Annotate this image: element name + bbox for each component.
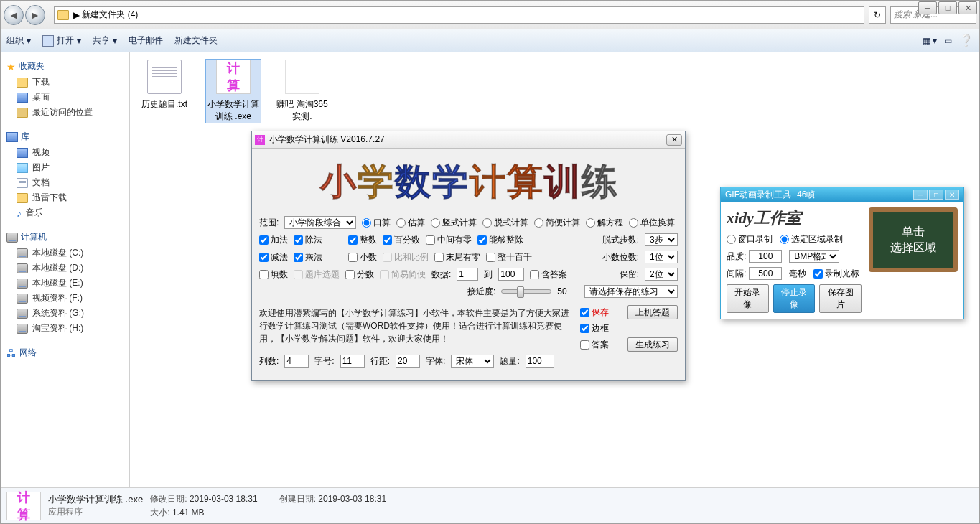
check-cursor[interactable]: 录制光标 [813,268,859,280]
check-ans[interactable]: 含答案 [530,268,567,281]
check-mul[interactable]: 乘法 [294,251,322,263]
math-app-close-button[interactable]: ✕ [666,134,682,146]
gif-minimize-button[interactable]: ─ [913,190,928,200]
sidebar-drive-c[interactable]: 本地磁盘 (C:) [4,245,126,261]
radio-window-record[interactable]: 窗口录制 [727,233,773,245]
toolbar-organize[interactable]: 组织 ▾ [6,34,31,47]
check-fill[interactable]: 填数 [259,268,288,281]
format-select[interactable]: BMP格式 [789,250,839,263]
breadcrumb-folder[interactable]: 新建文件夹 (4) [82,9,138,21]
check-sub[interactable]: 减法 [259,251,288,263]
sidebar-video[interactable]: 视频 [4,145,126,160]
sidebar-drive-f[interactable]: 视频资料 (F:) [4,291,126,306]
range-select[interactable]: 小学阶段综合 [284,216,356,229]
toolbar-open[interactable]: 打开 ▾ [42,34,81,47]
near-slider[interactable] [501,289,551,294]
check-pct[interactable]: 百分数 [383,234,420,246]
radio-equation[interactable]: 解方程 [586,217,623,229]
refresh-button[interactable]: ↻ [869,6,886,24]
math-app-titlebar[interactable]: 计 小学数学计算训练 V2016.7.27 ✕ [252,131,685,149]
place-select[interactable]: 1位 [645,251,678,263]
steps-select[interactable]: 3步 [645,233,678,246]
check-int[interactable]: 整数 [348,234,377,246]
sidebar-music[interactable]: ♪音乐 [4,205,126,220]
file-math-exe[interactable]: 计算 小学数学计算训练 .exe [206,60,261,123]
keep-select[interactable]: 2位 [645,268,678,281]
near-label: 接近度: [467,286,495,298]
sidebar-drive-h[interactable]: 淘宝资料 (H:) [4,321,126,336]
file-taotao[interactable]: 赚吧 淘淘365 实测. [275,60,330,123]
sidebar-libraries-header[interactable]: 库 [4,128,126,145]
sidebar-network-header[interactable]: 🖧网络 [4,345,126,361]
sidebar-downloads[interactable]: 下载 [4,75,126,90]
check-div[interactable]: 除法 [294,234,322,246]
check-save[interactable]: 保存 [580,307,609,319]
sidebar-documents[interactable]: 文档 [4,175,126,190]
check-dec[interactable]: 小数 [348,251,377,263]
radio-region-record[interactable]: 选定区域录制 [780,233,843,245]
count-from-input[interactable] [457,268,478,281]
radio-unit[interactable]: 单位换算 [629,217,675,229]
fontsize-input[interactable] [340,355,365,368]
radio-simple[interactable]: 简便计算 [534,217,580,229]
radio-vertical[interactable]: 竖式计算 [431,217,477,229]
radio-estimate[interactable]: 估算 [396,217,425,229]
sidebar-recent[interactable]: 最近访问的位置 [4,105,126,120]
nav-forward-button[interactable]: ► [25,5,45,25]
check-border[interactable]: 边框 [580,322,678,334]
help-icon[interactable]: ❔ [959,34,974,47]
save-image-button[interactable]: 保存图片 [819,284,862,313]
maximize-button[interactable]: □ [938,1,957,14]
sidebar-drive-e[interactable]: 本地磁盘 (E:) [4,276,126,291]
count-to-input[interactable] [498,268,524,281]
sidebar-computer-header[interactable]: 计算机 [4,229,126,245]
sidebar-desktop[interactable]: 桌面 [4,90,126,105]
generate-button[interactable]: 生成练习 [627,337,678,352]
toolbar-email[interactable]: 电子邮件 [129,34,163,47]
check-frac[interactable]: 分数 [345,268,374,281]
fontface-select[interactable]: 宋体 [451,355,494,368]
app-icon: 计 [255,135,265,145]
check-divok[interactable]: 能够整除 [477,234,523,246]
view-icon-1[interactable]: ▦ ▾ [923,36,937,46]
start-record-button[interactable]: 开始录像 [727,284,769,313]
upload-button[interactable]: 上机答题 [627,305,678,319]
fontsize-label: 字号: [314,355,334,368]
quality-input[interactable] [749,250,782,263]
interval-input[interactable] [749,267,782,280]
sidebar-drive-g[interactable]: 系统资料 (G:) [4,306,126,321]
radio-strip[interactable]: 脱式计算 [482,217,528,229]
gif-maximize-button[interactable]: □ [929,190,943,200]
breadcrumb-sep: ▶ [73,10,80,20]
minimize-button[interactable]: ─ [918,1,937,14]
toolbar-share[interactable]: 共享 ▾ [93,34,117,47]
sidebar-pictures[interactable]: 图片 [4,160,126,175]
qty-input[interactable] [526,355,554,368]
file-history-txt[interactable]: 历史题目.txt [137,60,192,111]
gif-close-button[interactable]: ✕ [945,190,959,200]
check-add[interactable]: 加法 [259,234,288,246]
near-value: 50 [557,286,566,296]
close-button[interactable]: ✕ [958,1,977,14]
txt-icon [147,60,182,94]
check-mid0[interactable]: 中间有零 [426,234,472,246]
file-icon [285,60,319,94]
linespace-input[interactable] [396,355,420,368]
view-icon-2[interactable]: ▭ [944,36,952,46]
check-end0[interactable]: 末尾有零 [434,251,480,263]
check-round[interactable]: 整十百千 [486,251,532,263]
cols-input[interactable] [284,355,309,368]
sidebar-xunlei[interactable]: 迅雷下载 [4,190,126,205]
saved-select[interactable]: 请选择保存的练习 [584,285,678,298]
gif-titlebar[interactable]: GIF动画录制工具 46帧 ─ □ ✕ [721,187,963,202]
address-bar[interactable]: ▶ 新建文件夹 (4) [54,6,864,24]
sidebar-favorites-header[interactable]: ★收藏夹 [4,58,126,75]
app-description: 欢迎使用潜紫编写的【小学数学计算练习】小软件，本软件主要是为了方便大家进行数学计… [259,307,573,345]
radio-mental[interactable]: 口算 [362,217,391,229]
stop-record-button[interactable]: 停止录像 [773,284,816,313]
region-board[interactable]: 单击 选择区域 [869,207,958,272]
check-answer[interactable]: 答案 [580,339,609,351]
toolbar-newfolder[interactable]: 新建文件夹 [174,34,218,47]
nav-back-button[interactable]: ◄ [4,5,24,25]
sidebar-drive-d[interactable]: 本地磁盘 (D:) [4,261,126,276]
